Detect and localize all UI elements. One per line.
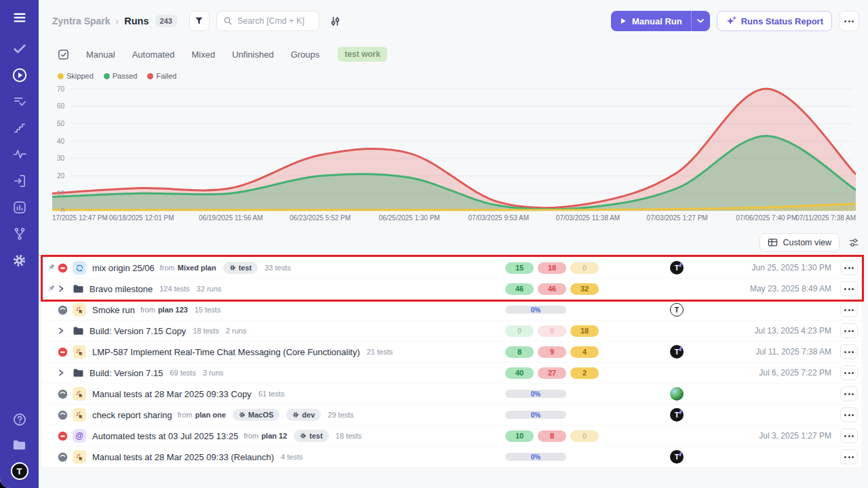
header-more-button[interactable] (839, 11, 859, 31)
run-date: May 23, 2025 8:49 AM (750, 284, 831, 293)
legend-label: Failed (156, 72, 176, 80)
pin-icon[interactable] (47, 263, 56, 272)
plan-name[interactable]: plan 123 (158, 306, 188, 314)
assignee-avatar[interactable] (670, 387, 684, 401)
status-in-progress-icon (58, 389, 68, 399)
row-more-button[interactable] (840, 449, 858, 464)
sidebar-activity-icon[interactable] (12, 146, 28, 163)
sidebar-milestones-icon[interactable] (12, 120, 28, 136)
manual-run-dropdown[interactable] (692, 11, 710, 31)
row-more-button[interactable] (840, 260, 858, 275)
row-more-button[interactable] (840, 407, 858, 422)
filter-button[interactable] (189, 11, 210, 31)
sidebar-tests-icon[interactable] (12, 41, 28, 57)
run-row[interactable]: check report sharingfromplan oneMacOSdev… (42, 405, 861, 425)
run-row[interactable]: Build: Version 7.1569 tests3 runs40272Ju… (42, 363, 861, 383)
assignee-avatar[interactable]: T (670, 345, 684, 359)
row-more-button[interactable] (840, 365, 858, 380)
sidebar-runs-icon[interactable] (12, 67, 28, 83)
row-more-button[interactable] (840, 323, 858, 338)
assignee-avatar[interactable]: T (670, 261, 684, 274)
results-pills: 1080 (505, 430, 599, 442)
sidebar-test-plans-icon[interactable] (12, 94, 28, 110)
run-title[interactable]: Build: Version 7.15 (90, 368, 163, 378)
run-row[interactable]: @Automated tests at 03 Jul 2025 13:25fro… (42, 426, 861, 446)
sidebar-reports-icon[interactable] (12, 199, 28, 216)
run-title[interactable]: check report sharing (92, 410, 172, 420)
manual-run-button[interactable]: Manual Run (611, 11, 691, 31)
config-badge[interactable]: test (223, 262, 258, 274)
x-axis-tick-label: 07/11/2025 7:38 AM (795, 214, 856, 222)
tab-manual[interactable]: Manual (86, 49, 115, 60)
runs-area-chart: 010203040506070 17/2025 12:47 PM06/18/20… (52, 83, 856, 225)
row-more-button[interactable] (840, 344, 858, 359)
result-pill-yellow: 2 (570, 367, 599, 379)
tab-automated[interactable]: Automated (132, 49, 175, 60)
x-axis-tick-label: 07/03/2025 11:38 AM (556, 214, 620, 222)
run-title[interactable]: LMP-587 Implement Real-Time Chat Messagi… (92, 347, 360, 357)
menu-icon[interactable] (12, 9, 28, 26)
count-label: 2 runs (226, 327, 247, 335)
tab-mixed[interactable]: Mixed (192, 49, 216, 60)
result-pill-yellow: 0 (570, 262, 599, 274)
result-pill-yellow: 32 (570, 283, 599, 295)
plan-name[interactable]: Mixed plan (178, 264, 216, 272)
expand-chevron-icon[interactable] (58, 369, 68, 376)
config-badge[interactable]: MacOS (233, 409, 279, 421)
run-title[interactable]: Smoke run (92, 305, 135, 315)
status-failed-icon (58, 431, 68, 441)
run-row[interactable]: Build: Version 7.15 Copy18 tests2 runs00… (42, 321, 861, 341)
search-input[interactable]: Search [Cmd + K] (216, 11, 319, 31)
run-row[interactable]: mix origin 25/06fromMixed plantest33 tes… (42, 258, 861, 278)
assignee-avatar[interactable]: T (670, 450, 684, 464)
run-row[interactable]: LMP-587 Implement Real-Time Chat Messagi… (42, 342, 861, 362)
sidebar-signin-box-icon[interactable] (12, 173, 28, 189)
custom-view-button[interactable]: Custom view (760, 233, 840, 252)
gear-icon (292, 411, 299, 418)
sidebar-integrations-branch-icon[interactable] (12, 226, 28, 242)
run-type-manual-icon (73, 303, 86, 317)
from-label: from (178, 411, 193, 419)
search-settings-icon[interactable] (330, 16, 341, 27)
tab-unfinished[interactable]: Unfinished (232, 49, 273, 60)
help-icon[interactable] (12, 411, 28, 428)
run-title[interactable]: Manual tests at 28 Mar 2025 09:33 Copy (92, 389, 252, 399)
config-badge[interactable]: dev (286, 409, 321, 421)
run-row[interactable]: Smoke runfromplan 12315 tests0%T (42, 300, 861, 320)
active-filter-tag[interactable]: test work (338, 47, 387, 62)
row-more-button[interactable] (840, 428, 858, 443)
plan-name[interactable]: plan one (195, 411, 226, 419)
sidebar-settings-gear-icon[interactable] (12, 252, 28, 268)
list-settings-icon[interactable] (848, 237, 859, 248)
run-row[interactable]: Manual tests at 28 Mar 2025 09:33 (Relau… (42, 447, 861, 467)
runs-status-report-button[interactable]: Runs Status Report (717, 11, 832, 31)
expand-chevron-icon[interactable] (58, 327, 68, 334)
from-label: from (140, 306, 155, 314)
expand-chevron-icon[interactable] (58, 285, 68, 292)
assignee-avatar[interactable]: T (670, 303, 684, 317)
config-badge[interactable]: test (294, 430, 329, 442)
run-title[interactable]: Automated tests at 03 Jul 2025 13:25 (92, 431, 238, 441)
row-more-button[interactable] (840, 281, 858, 296)
pin-icon[interactable] (47, 284, 56, 293)
count-label: 3 runs (203, 369, 224, 377)
documents-folder-icon[interactable] (12, 436, 28, 453)
chart-canvas: 010203040506070 (52, 83, 856, 212)
row-more-button[interactable] (840, 386, 858, 401)
run-title[interactable]: Manual tests at 28 Mar 2025 09:33 (Relau… (92, 452, 274, 462)
assignee-avatar[interactable]: T (670, 408, 684, 422)
sparkles-icon (726, 16, 736, 26)
svg-text:10: 10 (57, 190, 65, 197)
run-row[interactable]: Bravo milestone124 tests32 runs464632May… (42, 279, 861, 299)
run-title[interactable]: mix origin 25/06 (92, 263, 155, 273)
run-title[interactable]: Build: Version 7.15 Copy (90, 326, 186, 336)
plan-name[interactable]: plan 12 (261, 432, 287, 440)
workspace-avatar[interactable]: T (11, 462, 28, 480)
board-view-icon[interactable] (58, 49, 69, 60)
row-more-button[interactable] (840, 302, 858, 317)
topbar: Zyntra Spark › Runs 243 Search [Cmd + K]… (52, 11, 859, 31)
breadcrumb-project[interactable]: Zyntra Spark (52, 16, 111, 26)
tab-groups[interactable]: Groups (291, 49, 320, 60)
run-row[interactable]: Manual tests at 28 Mar 2025 09:33 Copy61… (42, 384, 861, 404)
run-title[interactable]: Bravo milestone (90, 284, 153, 294)
